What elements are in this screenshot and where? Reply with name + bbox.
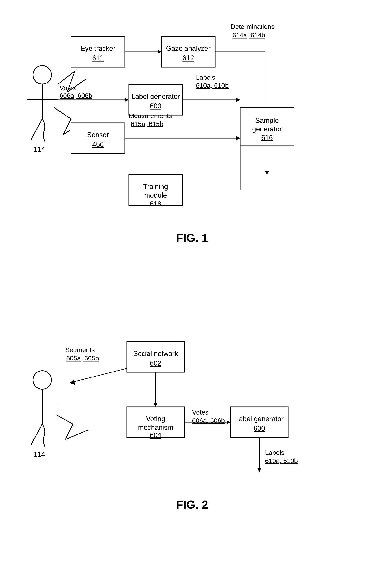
label-gen-ref-2: 600	[253, 424, 265, 432]
training-mod-label1: Training	[143, 183, 168, 190]
votes-label-1: Votes	[60, 84, 76, 92]
arrow-label-sample-head	[236, 98, 240, 102]
voting-mech-label2: mechanism	[138, 423, 173, 431]
segments-refs: 605a, 605b	[66, 355, 99, 362]
voting-mech-label1: Voting	[146, 415, 165, 423]
determinations-label: Determinations	[230, 23, 274, 30]
figure-2: 114 Segments 605a, 605b Social network 6…	[15, 317, 369, 547]
segments-label: Segments	[65, 346, 95, 354]
labels-refs-2: 610a, 610b	[265, 457, 298, 464]
fig1-title: FIG. 1	[176, 231, 208, 244]
labels-label-1: Labels	[196, 74, 215, 81]
fig1-diagram: 114 Eye tracker 611 Gaze analyzer 612 De…	[15, 12, 369, 290]
person-label-1: 114	[34, 145, 45, 153]
votes-refs-1: 606a, 606b	[60, 92, 92, 99]
page: 114 Eye tracker 611 Gaze analyzer 612 De…	[0, 0, 384, 588]
fig2-diagram: 114 Segments 605a, 605b Social network 6…	[15, 317, 369, 547]
person-left-leg-2	[31, 424, 42, 445]
person-right-leg-1	[42, 119, 45, 142]
sample-gen-label1: Sample	[255, 116, 279, 124]
arrow-voting-label-head	[227, 420, 230, 424]
person-right-leg-2	[42, 424, 45, 447]
eye-tracker-label: Eye tracker	[81, 44, 115, 52]
measurements-label: Measurements	[129, 112, 172, 119]
arrow-segments	[73, 368, 127, 382]
training-mod-ref: 618	[150, 200, 161, 208]
eye-tracker-ref: 611	[92, 54, 104, 62]
person-label-2: 114	[34, 450, 45, 458]
arrow-votes-head	[125, 98, 129, 102]
labels-label-2: Labels	[265, 449, 284, 456]
arrow-eye-gaze-head	[158, 50, 161, 54]
gaze-analyzer-ref: 612	[182, 54, 194, 62]
votes-refs-2: 606a, 606b	[192, 417, 225, 424]
sensor-label: Sensor	[87, 131, 109, 139]
sample-gen-ref: 616	[261, 134, 273, 142]
measurements-refs: 615a, 615b	[131, 120, 163, 127]
label-gen-label-1: Label generator	[131, 92, 180, 100]
lightning-2	[56, 415, 88, 440]
labels-refs-1: 610a, 610b	[196, 82, 228, 89]
label-gen-ref-1: 600	[150, 102, 161, 110]
person-head-2	[33, 371, 51, 389]
social-network-ref: 602	[150, 359, 161, 367]
votes-label-2: Votes	[192, 409, 208, 416]
sample-gen-label2: generator	[252, 125, 282, 133]
training-mod-label2: module	[144, 191, 167, 199]
divider	[15, 305, 369, 317]
social-network-label1: Social network	[133, 350, 178, 357]
arrow-sample-train-head	[265, 171, 269, 175]
person-left-leg-1	[31, 119, 42, 140]
label-gen-label-2a: Label generator	[235, 415, 284, 423]
arrow-social-voting-head	[154, 403, 158, 407]
arrow-segments-head	[69, 380, 75, 385]
voting-mech-ref: 604	[150, 431, 161, 439]
arrow-labels-down-head	[257, 468, 261, 472]
figure-1: 114 Eye tracker 611 Gaze analyzer 612 De…	[15, 12, 369, 290]
sensor-ref: 456	[92, 141, 104, 148]
gaze-analyzer-label: Gaze analyzer	[166, 44, 210, 52]
person-head-1	[33, 66, 51, 84]
arrow-sensor-sample-head	[236, 136, 240, 140]
fig2-title: FIG. 2	[176, 498, 208, 511]
determinations-refs: 614a, 614b	[232, 31, 265, 39]
